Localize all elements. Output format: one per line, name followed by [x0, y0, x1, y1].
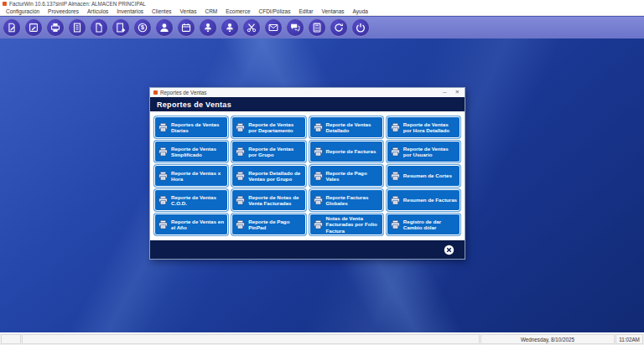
report-button-reporte-facturas-globales[interactable]: Reporte Facturas Globales	[309, 189, 383, 211]
menu-articulos[interactable]: Artículos	[83, 8, 112, 14]
user-import-alt-icon	[224, 22, 236, 33]
dialog-close-button[interactable]	[444, 245, 454, 255]
minimize-icon[interactable]: ─	[443, 90, 447, 95]
report-button-reporte-de-notas-de-venta-facturadas[interactable]: Reporte de Notas de Venta Facturadas	[231, 189, 305, 211]
menu-ecomerce[interactable]: Ecomerce	[221, 8, 254, 14]
close-icon[interactable]: ✕	[455, 90, 460, 95]
money-coin-toolbar-button[interactable]	[133, 18, 152, 37]
sync-icon	[333, 22, 345, 33]
chat-icon	[289, 22, 301, 33]
report-button-notas-de-venta-facturadas-por-folio-factura[interactable]: Notas de Venta Facturadas por Folio Fact…	[309, 214, 383, 235]
report-button-label: Registro de dar Cambio dólar	[403, 219, 458, 231]
user-import-icon	[202, 22, 214, 33]
cash-register-toolbar-button[interactable]	[46, 18, 65, 37]
dialog-titlebar[interactable]: Reportes de Ventas ─ ✕	[150, 88, 465, 97]
scissors-toolbar-button[interactable]	[242, 18, 261, 37]
document-toolbar-button[interactable]	[90, 18, 108, 37]
dialog-body: Reportes de Ventas DiariasReporte de Ven…	[150, 111, 465, 240]
chat-toolbar-button[interactable]	[286, 18, 304, 37]
status-bar: Wednesday, 8/10/2025 11:02AM	[0, 332, 644, 345]
report-button-label: Reporte de Ventas por Departamento	[248, 121, 303, 134]
calculator-toolbar-button[interactable]	[308, 18, 326, 37]
report-button-reporte-de-ventas-en-el-ano[interactable]: Reporte de Ventas en el Año	[154, 214, 228, 235]
application-window: FacturWin 10.6.137sinIP Almacén: ALMACEN…	[0, 0, 644, 345]
report-button-reporte-de-ventas-por-departamento[interactable]: Reporte de Ventas por Departamento	[231, 116, 305, 138]
report-button-reporte-de-pago-pinpad[interactable]: Reporte de Pago PinPad	[231, 214, 305, 235]
menu-proveedores[interactable]: Proveedores	[44, 8, 83, 14]
app-icon	[3, 2, 7, 6]
menu-crm[interactable]: CRM	[200, 8, 221, 14]
menu-clientes[interactable]: Clientes	[148, 8, 175, 14]
document-report-toolbar-button[interactable]	[68, 18, 86, 37]
calendar-toolbar-button[interactable]	[177, 18, 195, 37]
window-titlebar: FacturWin 10.6.137sinIP Almacén: ALMACEN…	[0, 0, 644, 8]
dialog-app-icon	[153, 90, 158, 95]
document-add-toolbar-button[interactable]	[112, 18, 130, 37]
printer-icon	[158, 147, 169, 157]
menu-inventarios[interactable]: Inventarios	[112, 8, 148, 14]
status-panel-main	[22, 334, 480, 344]
money-coin-icon	[137, 22, 148, 33]
power-toolbar-button[interactable]	[351, 18, 370, 37]
customer-toolbar-button[interactable]	[155, 18, 174, 37]
printer-icon	[390, 147, 401, 157]
report-button-resumen-de-facturas[interactable]: Resumen de Facturas	[387, 189, 460, 211]
report-button-reporte-de-ventas-por-grupo[interactable]: Reporte de Ventas por Grupo	[231, 141, 305, 162]
report-button-reporte-de-ventas-por-hora-detallado[interactable]: Reporte de Ventas por Hora Detallado	[387, 116, 460, 138]
printer-icon	[235, 122, 246, 133]
document-edit-icon	[6, 22, 18, 33]
printer-icon	[390, 219, 401, 230]
email-toolbar-button[interactable]	[264, 18, 283, 37]
report-button-label: Notas de Venta Facturadas por Folio Fact…	[326, 215, 381, 234]
printer-icon	[235, 147, 246, 157]
document-edit-toolbar-button[interactable]	[3, 18, 21, 37]
report-button-label: Reporte de Ventas C.O.D.	[171, 194, 226, 207]
printer-icon	[390, 122, 401, 133]
report-button-label: Reportes de Ventas Diarias	[171, 121, 226, 134]
printer-icon	[235, 171, 246, 182]
user-import-alt-toolbar-button[interactable]	[221, 18, 239, 37]
printer-icon	[390, 171, 401, 182]
document-report-icon	[71, 22, 83, 33]
menu-editar[interactable]: Editar	[294, 8, 317, 14]
calculator-icon	[311, 22, 323, 33]
dialog-footer	[150, 240, 465, 259]
report-button-reporte-de-ventas-detallado[interactable]: Reporte de Ventas Detallado	[309, 116, 383, 138]
report-button-registro-de-dar-cambio-dolar[interactable]: Registro de dar Cambio dólar	[387, 214, 460, 235]
report-button-reporte-de-ventas-por-usuario[interactable]: Reporte de Ventas por Usuario	[387, 141, 460, 162]
printer-icon	[313, 171, 324, 182]
report-button-label: Reporte de Pago Vales	[326, 170, 381, 183]
report-button-reporte-de-ventas-x-hora[interactable]: Reporte de Ventas x Hora	[154, 165, 228, 187]
menu-ventanas[interactable]: Ventanas	[317, 8, 348, 14]
dialog-title: Reportes de Ventas	[160, 90, 206, 95]
printer-icon	[313, 195, 324, 206]
dialog-window-controls: ─ ✕	[443, 90, 461, 95]
menu-configuracion[interactable]: Configuración	[2, 8, 44, 14]
report-button-reporte-de-facturas[interactable]: Reporte de Facturas	[309, 141, 383, 162]
menu-bar: ConfiguraciónProveedoresArtículosInventa…	[0, 8, 644, 16]
menu-ventas[interactable]: Ventas	[176, 8, 201, 14]
status-date: Wednesday, 8/10/2025	[480, 334, 615, 344]
report-button-reporte-detallado-de-ventas-por-grupo[interactable]: Reporte Detallado de Ventas por Grupo	[231, 165, 305, 187]
note-edit-icon	[28, 22, 39, 33]
calendar-icon	[180, 22, 192, 33]
report-button-reporte-de-ventas-simplificado[interactable]: Reporte de Ventas Simplificado	[154, 141, 228, 162]
sync-toolbar-button[interactable]	[330, 18, 348, 37]
report-button-resumen-de-cortes[interactable]: Resumen de Cortes	[387, 165, 460, 187]
report-button-label: Reporte Detallado de Ventas por Grupo	[248, 170, 303, 183]
status-panel-left	[1, 334, 21, 344]
note-edit-toolbar-button[interactable]	[24, 18, 43, 37]
menu-cfdi-polizas[interactable]: CFDI/Pólizas	[255, 8, 295, 14]
report-button-label: Reporte de Pago PinPad	[248, 219, 303, 231]
user-import-toolbar-button[interactable]	[199, 18, 217, 37]
report-button-reporte-de-ventas-c-o-d[interactable]: Reporte de Ventas C.O.D.	[154, 189, 228, 211]
toolbar	[0, 16, 644, 39]
printer-icon	[235, 195, 246, 206]
report-button-reporte-de-pago-vales[interactable]: Reporte de Pago Vales	[309, 165, 383, 187]
report-buttons-grid: Reportes de Ventas DiariasReporte de Ven…	[154, 116, 460, 235]
printer-icon	[313, 147, 324, 157]
menu-ayuda[interactable]: Ayuda	[349, 8, 372, 14]
scissors-icon	[246, 22, 257, 33]
printer-icon	[158, 219, 169, 230]
report-button-reportes-de-ventas-diarias[interactable]: Reportes de Ventas Diarias	[154, 116, 228, 138]
